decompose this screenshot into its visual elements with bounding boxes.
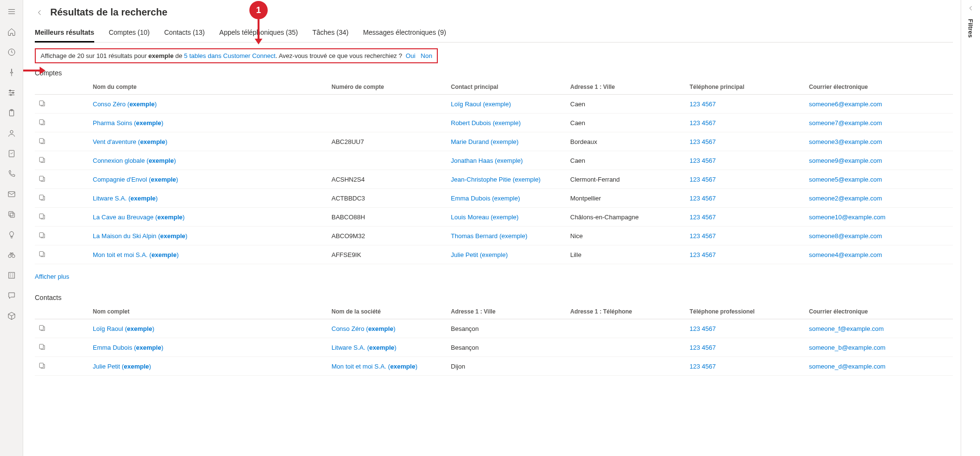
feedback-no-link[interactable]: Non xyxy=(421,52,432,59)
account-email-link[interactable]: someone8@example.com xyxy=(809,232,882,240)
accounts-col-phone[interactable]: Téléphone principal xyxy=(687,80,806,95)
account-name-link[interactable]: Connexion globale (exemple) xyxy=(93,157,176,164)
open-record-icon[interactable] xyxy=(38,250,46,258)
account-phone-link[interactable]: 123 4567 xyxy=(690,100,716,108)
accounts-col-number[interactable]: Numéro de compte xyxy=(329,80,448,95)
contacts-col-phone[interactable]: Téléphone professionel xyxy=(687,304,806,319)
table-row[interactable]: Litware S.A. (exemple)ACTBBDC3Emma Duboi… xyxy=(35,189,953,208)
open-record-icon[interactable] xyxy=(38,324,46,332)
account-name-link[interactable]: Compagnie d'Envol (exemple) xyxy=(93,176,178,183)
account-name-link[interactable]: La Cave au Breuvage (exemple) xyxy=(93,214,185,221)
table-row[interactable]: Emma Dubois (exemple)Litware S.A. (exemp… xyxy=(35,338,953,357)
settings-sliders-icon[interactable] xyxy=(4,85,19,100)
open-record-icon[interactable] xyxy=(38,174,46,183)
contact-name-link[interactable]: Emma Dubois (exemple) xyxy=(93,344,163,351)
account-phone-link[interactable]: 123 4567 xyxy=(690,157,716,164)
table-row[interactable]: Pharma Soins (exemple)Robert Dubois (exe… xyxy=(35,114,953,132)
table-row[interactable]: Loïg Raoul (exemple)Conso Zéro (exemple)… xyxy=(35,319,953,338)
chat-icon[interactable] xyxy=(4,288,19,303)
primary-contact-link[interactable]: Louis Moreau (exemple) xyxy=(451,214,519,221)
accounts-col-name[interactable]: Nom du compte xyxy=(90,80,329,95)
account-phone-link[interactable]: 123 4567 xyxy=(690,176,716,183)
filters-panel[interactable]: Filtres xyxy=(961,0,980,456)
tab-emails[interactable]: Messages électroniques (9) xyxy=(363,24,446,42)
contact-email-link[interactable]: someone_d@example.com xyxy=(809,363,885,370)
primary-contact-link[interactable]: Jean-Christophe Pitie (exemple) xyxy=(451,176,541,183)
contacts-col-company[interactable]: Nom de la société xyxy=(329,304,448,319)
primary-contact-link[interactable]: Julie Petit (exemple) xyxy=(451,251,508,258)
accounts-show-more-link[interactable]: Afficher plus xyxy=(35,273,953,280)
open-record-icon[interactable] xyxy=(38,212,46,221)
primary-contact-link[interactable]: Robert Dubois (exemple) xyxy=(451,119,521,127)
table-row[interactable]: Compagnie d'Envol (exemple)ACSHN2S4Jean-… xyxy=(35,170,953,189)
table-row[interactable]: La Maison du Ski Alpin (exemple)ABCO9M32… xyxy=(35,227,953,245)
open-record-icon[interactable] xyxy=(38,342,46,351)
contact-email-link[interactable]: someone_b@example.com xyxy=(809,344,885,351)
home-icon[interactable] xyxy=(4,24,19,40)
tab-tasks[interactable]: Tâches (34) xyxy=(312,24,348,42)
accounts-col-contact[interactable]: Contact principal xyxy=(448,80,567,95)
contact-email-link[interactable]: someone_f@example.com xyxy=(809,325,884,332)
contact-company-link[interactable]: Mon toit et moi S.A. (exemple) xyxy=(331,363,418,370)
contacts-col-email[interactable]: Courrier électronique xyxy=(806,304,953,319)
primary-contact-link[interactable]: Marie Durand (exemple) xyxy=(451,138,519,145)
task-icon[interactable] xyxy=(4,146,19,161)
table-row[interactable]: Mon toit et moi S.A. (exemple)AFFSE9IKJu… xyxy=(35,245,953,264)
pinned-icon[interactable] xyxy=(4,65,19,80)
lightbulb-icon[interactable] xyxy=(4,227,19,242)
building-icon[interactable] xyxy=(4,268,19,283)
account-name-link[interactable]: Conso Zéro (exemple) xyxy=(93,100,157,108)
table-row[interactable]: Vent d'aventure (exemple)ABC28UU7Marie D… xyxy=(35,132,953,151)
account-name-link[interactable]: Vent d'aventure (exemple) xyxy=(93,138,167,145)
account-phone-link[interactable]: 123 4567 xyxy=(690,214,716,221)
account-email-link[interactable]: someone3@example.com xyxy=(809,138,882,145)
open-record-icon[interactable] xyxy=(38,99,46,108)
table-row[interactable]: La Cave au Breuvage (exemple)BABCO88HLou… xyxy=(35,208,953,227)
accounts-col-city[interactable]: Adresse 1 : Ville xyxy=(567,80,687,95)
tab-contacts[interactable]: Contacts (13) xyxy=(164,24,205,42)
open-record-icon[interactable] xyxy=(38,156,46,164)
mail-icon[interactable] xyxy=(4,186,19,202)
account-phone-link[interactable]: 123 4567 xyxy=(690,195,716,202)
person-icon[interactable] xyxy=(4,126,19,141)
table-row[interactable]: Connexion globale (exemple)Jonathan Haas… xyxy=(35,151,953,170)
tab-best-results[interactable]: Meilleurs résultats xyxy=(35,24,94,43)
feedback-yes-link[interactable]: Oui xyxy=(405,52,415,59)
account-name-link[interactable]: La Maison du Ski Alpin (exemple) xyxy=(93,232,187,240)
table-row[interactable]: Julie Petit (exemple)Mon toit et moi S.A… xyxy=(35,357,953,376)
contacts-col-name[interactable]: Nom complet xyxy=(90,304,329,319)
phone-icon[interactable] xyxy=(4,166,19,182)
open-record-icon[interactable] xyxy=(38,193,46,202)
account-email-link[interactable]: someone5@example.com xyxy=(809,176,882,183)
recent-icon[interactable] xyxy=(4,44,19,60)
account-phone-link[interactable]: 123 4567 xyxy=(690,251,716,258)
cube-icon[interactable] xyxy=(4,308,19,324)
open-record-icon[interactable] xyxy=(38,118,46,127)
account-name-link[interactable]: Mon toit et moi S.A. (exemple) xyxy=(93,251,179,258)
contact-company-link[interactable]: Conso Zéro (exemple) xyxy=(331,325,395,332)
contact-phone-link[interactable]: 123 4567 xyxy=(690,325,716,332)
accounts-col-email[interactable]: Courrier électronique xyxy=(806,80,953,95)
account-email-link[interactable]: someone7@example.com xyxy=(809,119,882,127)
binoculars-icon[interactable] xyxy=(4,247,19,263)
open-record-icon[interactable] xyxy=(38,231,46,240)
contact-phone-link[interactable]: 123 4567 xyxy=(690,344,716,351)
account-phone-link[interactable]: 123 4567 xyxy=(690,232,716,240)
account-phone-link[interactable]: 123 4567 xyxy=(690,119,716,127)
account-email-link[interactable]: someone10@example.com xyxy=(809,214,885,221)
summary-scope-link[interactable]: 5 tables dans Customer Connect xyxy=(184,52,275,59)
contacts-col-city[interactable]: Adresse 1 : Ville xyxy=(448,304,567,319)
primary-contact-link[interactable]: Jonathan Haas (exemple) xyxy=(451,157,523,164)
clipboard-icon[interactable] xyxy=(4,105,19,121)
account-email-link[interactable]: someone4@example.com xyxy=(809,251,882,258)
contact-phone-link[interactable]: 123 4567 xyxy=(690,363,716,370)
account-phone-link[interactable]: 123 4567 xyxy=(690,138,716,145)
primary-contact-link[interactable]: Thomas Bernard (exemple) xyxy=(451,232,527,240)
contacts-col-addrphone[interactable]: Adresse 1 : Téléphone xyxy=(567,304,687,319)
contact-name-link[interactable]: Julie Petit (exemple) xyxy=(93,363,151,370)
primary-contact-link[interactable]: Emma Dubois (exemple) xyxy=(451,195,520,202)
back-button[interactable] xyxy=(35,8,44,17)
primary-contact-link[interactable]: Loïg Raoul (exemple) xyxy=(451,100,511,108)
account-name-link[interactable]: Litware S.A. (exemple) xyxy=(93,195,158,202)
account-name-link[interactable]: Pharma Soins (exemple) xyxy=(93,119,163,127)
